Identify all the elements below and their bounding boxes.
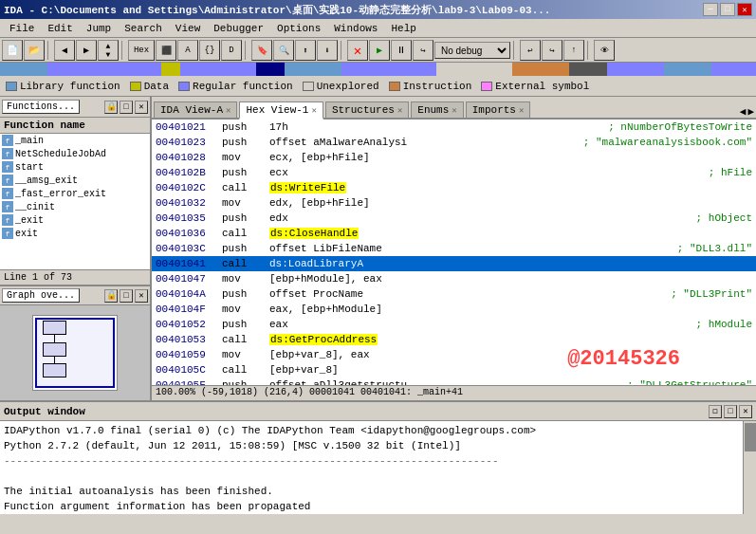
new-button[interactable]: 📄 [2, 40, 23, 61]
watch-button[interactable]: 👁 [594, 40, 615, 61]
menu-item-help[interactable]: Help [385, 22, 421, 35]
graph-close-button[interactable]: ✕ [135, 289, 148, 303]
code-line[interactable]: 0040102C call ds:WriteFile [152, 180, 756, 195]
tab-close-button[interactable]: ✕ [397, 105, 402, 116]
ref-button[interactable]: ⬆ [295, 40, 316, 61]
search-button[interactable]: 🔍 [273, 40, 294, 61]
menu-item-edit[interactable]: Edit [42, 22, 78, 35]
code-line[interactable]: 00401032 mov edx, [ebp+hFile] [152, 195, 756, 211]
code-line[interactable]: 00401059 mov [ebp+var_8], eax [152, 347, 756, 362]
left-panel: Functions... 🔒 □ ✕ Function name f_mainf… [0, 97, 152, 400]
panel-float-button[interactable]: □ [120, 101, 133, 114]
code-line[interactable]: 00401052 push eax ; hModule [152, 317, 756, 332]
menu-item-view[interactable]: View [170, 22, 206, 35]
output-section: Output window ◻ □ ✕ IDAPython v1.7.0 fin… [0, 400, 756, 514]
step-over-button[interactable]: ↪ [542, 40, 562, 61]
code-mnemonic: call [222, 334, 269, 345]
tab-imports[interactable]: Imports ✕ [466, 101, 531, 118]
code-address: 00401041 [156, 258, 222, 269]
panel-close-button[interactable]: ✕ [135, 101, 148, 114]
back-button[interactable]: ◀ [54, 40, 75, 61]
data-button[interactable]: D [221, 40, 242, 61]
open-button[interactable]: 📂 [24, 40, 45, 61]
tab-close-button[interactable]: ✕ [452, 105, 456, 116]
legend-color-swatch [130, 82, 141, 91]
xref-button[interactable]: ⬇ [317, 40, 338, 61]
step-into-button[interactable]: ↩ [520, 40, 541, 61]
code-line[interactable]: 00401036 call ds:CloseHandle [152, 226, 756, 241]
tab-scroll-right[interactable]: ▶ [747, 105, 754, 118]
function-list-item[interactable]: f_main [0, 134, 150, 147]
code-line[interactable]: 0040102B push ecx ; hFile [152, 165, 756, 180]
function-icon: f [2, 228, 13, 239]
run-button[interactable]: ▶ [369, 40, 390, 61]
tab-structures[interactable]: Structures ✕ [325, 101, 409, 118]
text-button[interactable]: A [177, 40, 198, 61]
code-line[interactable]: 0040105F push offset aDll3getstructu ; "… [152, 377, 756, 385]
panes-area: Functions... 🔒 □ ✕ Function name f_mainf… [0, 97, 756, 400]
code-line[interactable]: 0040104F mov eax, [ebp+hModule] [152, 302, 756, 317]
function-list-item[interactable]: f_fast_error_exit [0, 187, 150, 200]
close-button[interactable]: ✕ [737, 3, 752, 16]
tab-enums[interactable]: Enums ✕ [411, 101, 463, 118]
tab-bar: IDA View-A ✕Hex View-1 ✕Structures ✕Enum… [152, 97, 756, 120]
graph-float-button[interactable]: □ [120, 289, 133, 303]
function-list-item[interactable]: f__cinit [0, 200, 150, 213]
minimize-button[interactable]: ─ [703, 3, 718, 16]
debug-dropdown[interactable]: No debug [434, 42, 510, 59]
bookmark-button[interactable]: 🔖 [251, 40, 272, 61]
forward-button[interactable]: ▶ [76, 40, 97, 61]
code-line[interactable]: 0040104A push offset ProcName ; "DLL3Pri… [152, 286, 756, 302]
output-restore-button[interactable]: ◻ [709, 405, 722, 418]
function-list-item[interactable]: f_exit [0, 213, 150, 227]
graph-lock-button[interactable]: 🔒 [104, 289, 118, 303]
menu-item-jump[interactable]: Jump [81, 22, 117, 35]
graph-overview-tab[interactable]: Graph ove... [2, 288, 80, 303]
menu-item-search[interactable]: Search [119, 22, 168, 35]
tab-close-button[interactable]: ✕ [311, 105, 316, 116]
output-float-button[interactable]: □ [724, 405, 737, 418]
code-line[interactable]: 00401053 call ds:GetProcAddress [152, 332, 756, 347]
tab-close-button[interactable]: ✕ [519, 105, 524, 116]
up-button[interactable]: ▲▼ [98, 40, 119, 61]
output-close-button[interactable]: ✕ [739, 405, 752, 418]
code-operands: ds:LoadLibraryA [269, 258, 752, 269]
code-button[interactable]: {} [199, 40, 220, 61]
tab-ida-view-a[interactable]: IDA View-A ✕ [154, 101, 237, 118]
pause-button[interactable]: ⏸ [391, 40, 412, 61]
menu-item-windows[interactable]: Windows [328, 22, 383, 35]
color-segment [47, 63, 161, 76]
output-content[interactable]: IDAPython v1.7.0 final (serial 0) (c) Th… [0, 421, 756, 514]
tab-close-button[interactable]: ✕ [226, 105, 230, 116]
code-line[interactable]: 00401047 mov [ebp+hModule], eax [152, 271, 756, 286]
graph-button[interactable]: ⬛ [156, 40, 176, 61]
tab-hex-view-1[interactable]: Hex View-1 ✕ [239, 101, 323, 120]
panel-lock-button[interactable]: 🔒 [104, 101, 118, 114]
code-line[interactable]: 00401023 push offset aMalwareAnalysi ; "… [152, 135, 756, 150]
code-view[interactable]: 00401021 push 17h ; nNumberOfBytesToWrit… [152, 120, 756, 385]
code-line[interactable]: 00401035 push edx ; hObject [152, 211, 756, 226]
function-list-item[interactable]: f__amsg_exit [0, 174, 150, 187]
functions-tab[interactable]: Functions... [2, 100, 80, 114]
tab-scroll-left[interactable]: ◀ [740, 105, 747, 118]
step-button[interactable]: ↪ [413, 40, 433, 61]
hex-view-button[interactable]: Hex [128, 40, 155, 61]
stop-button[interactable]: ✕ [347, 40, 368, 61]
menu-item-options[interactable]: Options [271, 22, 326, 35]
function-list-item[interactable]: fNetScheduleJobAd [0, 147, 150, 160]
code-line[interactable]: 00401021 push 17h ; nNumberOfBytesToWrit… [152, 120, 756, 135]
step-out-button[interactable]: ↑ [563, 40, 584, 61]
code-line[interactable]: 00401028 mov ecx, [ebp+hFile] [152, 150, 756, 165]
code-line[interactable]: 00401041 call ds:LoadLibraryA [152, 256, 756, 271]
function-list-item[interactable]: fstart [0, 160, 150, 174]
maximize-button[interactable]: □ [720, 3, 735, 16]
menu-item-file[interactable]: File [4, 22, 40, 35]
graph-content [0, 305, 150, 400]
output-tab-bar: Output window ◻ □ ✕ [0, 402, 756, 421]
output-scrollbar[interactable] [743, 421, 756, 514]
code-line[interactable]: 0040105C call [ebp+var_8] [152, 362, 756, 377]
function-list: f_mainfNetScheduleJobAdfstartf__amsg_exi… [0, 134, 150, 269]
code-line[interactable]: 0040103C push offset LibFileName ; "DLL3… [152, 241, 756, 256]
function-list-item[interactable]: fexit [0, 227, 150, 240]
menu-item-debugger[interactable]: Debugger [208, 22, 269, 35]
